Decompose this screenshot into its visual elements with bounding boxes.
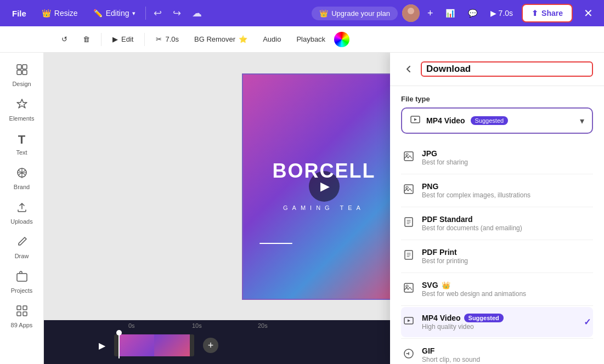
format-item-mp4[interactable]: MP4 Video Suggested High quality video ✓ <box>401 307 593 337</box>
sidebar-item-brand[interactable]: Brand <box>2 162 42 195</box>
timeline-clip-2[interactable] <box>154 334 190 356</box>
timeline-play-button[interactable]: ▶ <box>99 340 105 351</box>
svg-point-17 <box>406 186 408 189</box>
check-icon: ✓ <box>584 317 591 327</box>
crown-icon: ⭐ <box>239 35 247 43</box>
uploads-icon <box>16 201 28 216</box>
sidebar-item-apps-label: 89 Apps <box>11 322 33 328</box>
editing-button[interactable]: ✏️ Editing ▾ <box>88 7 142 20</box>
download-panel-title: Download <box>421 61 593 77</box>
bg-remover-button[interactable]: BG Remover ⭐ <box>188 32 254 47</box>
scissors-icon: ✂ <box>156 35 162 43</box>
chevron-down-icon: ▾ <box>132 10 136 17</box>
sidebar-item-draw[interactable]: Draw <box>2 231 42 264</box>
preview-button[interactable]: ▶ 7.0s <box>486 7 517 20</box>
avatar[interactable] <box>402 4 420 22</box>
timeline-playhead <box>118 332 120 359</box>
download-panel: Download File type MP4 Video Suggested <box>390 53 604 364</box>
redo-button[interactable]: ↪ <box>170 5 184 21</box>
main-layout: Design Elements T Text Bran <box>0 53 604 364</box>
format-item-pdf-print[interactable]: PDF Print Best for printing <box>401 241 593 271</box>
svg-rect-16 <box>404 185 413 194</box>
close-button[interactable]: ✕ <box>579 4 597 22</box>
selected-format-badge: Suggested <box>471 116 509 125</box>
playback-button[interactable]: Playback <box>290 32 332 47</box>
divider <box>145 7 146 20</box>
svg-point-15 <box>406 153 408 156</box>
resize-button[interactable]: 👑 Resize <box>36 7 83 20</box>
cloud-save-icon[interactable]: ☁ <box>189 5 205 21</box>
format-item-svg-content: SVG 👑 Best for web design and animations <box>422 281 591 298</box>
timeline-20s: 20s <box>258 322 324 329</box>
svg-rect-5 <box>17 70 21 75</box>
design-subtitle-text: GAMING TEA <box>283 204 365 211</box>
jpg-icon <box>403 151 414 164</box>
share-icon: ⬆ <box>532 9 538 18</box>
comment-button[interactable]: 💬 <box>464 7 482 20</box>
separator <box>401 338 593 339</box>
edit-button[interactable]: ▶ Edit <box>106 32 140 47</box>
timeline-0s: 0s <box>126 322 192 329</box>
comment-icon: 💬 <box>468 9 477 18</box>
color-wheel-button[interactable] <box>334 32 349 47</box>
mp4-icon <box>410 114 421 127</box>
analytics-button[interactable]: 📊 <box>441 7 459 20</box>
sidebar-item-text[interactable]: T Text <box>2 128 42 160</box>
sidebar-item-design[interactable]: Design <box>2 59 42 92</box>
audio-button[interactable]: Audio <box>256 32 287 47</box>
separator <box>401 207 593 207</box>
design-title-text: BORCELL <box>273 160 376 183</box>
refresh-icon: ↺ <box>61 35 67 43</box>
format-item-svg-desc: Best for web design and animations <box>422 290 591 298</box>
sidebar-item-projects[interactable]: Projects <box>2 266 42 298</box>
back-button[interactable] <box>401 61 416 77</box>
file-menu[interactable]: File <box>7 7 32 20</box>
format-item-pdf-print-content: PDF Print Best for printing <box>422 248 591 265</box>
delete-button[interactable]: 🗑 <box>76 32 97 47</box>
timeline-add-clip-button[interactable]: + <box>203 338 218 353</box>
format-item-png[interactable]: PNG Best for complex images, illustratio… <box>401 175 593 206</box>
topbar: File 👑 Resize ✏️ Editing ▾ ↩ ↪ ☁ 👑 Upgra… <box>0 0 604 26</box>
play-icon: ▶ <box>490 9 496 18</box>
timeline-10s: 10s <box>192 322 258 329</box>
elements-icon <box>16 98 28 113</box>
canvas-design[interactable]: ▶ BORCELL GAMING TEA <box>242 73 407 300</box>
format-item-png-name: PNG <box>422 182 591 191</box>
refresh-button[interactable]: ↺ <box>55 32 74 47</box>
sidebar-item-uploads[interactable]: Uploads <box>2 197 42 229</box>
sidebar-item-apps[interactable]: 89 Apps <box>2 300 42 333</box>
crown-icon: 👑 <box>42 9 51 18</box>
separator <box>401 305 593 306</box>
format-item-gif[interactable]: GIF Short clip, no sound <box>401 340 593 364</box>
secondary-toolbar: ↺ 🗑 ▶ Edit ✂ 7.0s BG Remover ⭐ Audio Pla… <box>0 26 604 53</box>
format-item-svg[interactable]: SVG 👑 Best for web design and animations <box>401 274 593 304</box>
format-item-pdf-print-desc: Best for printing <box>422 257 591 265</box>
file-type-selector[interactable]: MP4 Video Suggested ▾ <box>401 107 593 134</box>
format-item-gif-name: GIF <box>422 346 591 355</box>
share-button[interactable]: ⬆ Share <box>522 4 573 22</box>
separator <box>401 174 593 174</box>
svg-icon <box>403 282 414 296</box>
format-item-pdf-standard[interactable]: PDF Standard Best for documents (and ema… <box>401 208 593 238</box>
file-type-selector-content: MP4 Video Suggested <box>410 114 508 127</box>
sidebar-item-brand-label: Brand <box>14 184 30 190</box>
format-item-jpg-content: JPG Best for sharing <box>422 149 591 166</box>
chart-icon: 📊 <box>445 9 455 18</box>
svg-rect-10 <box>23 306 27 310</box>
svg-rect-6 <box>22 70 27 75</box>
pdf-print-icon <box>403 249 414 263</box>
svg-rect-4 <box>22 65 27 69</box>
svg-rect-9 <box>17 306 21 310</box>
svg-rect-20 <box>404 283 413 292</box>
timeline-clip-1[interactable] <box>118 334 154 356</box>
format-item-jpg[interactable]: JPG Best for sharing <box>401 143 593 173</box>
format-item-jpg-name: JPG <box>422 149 591 158</box>
cut-button[interactable]: ✂ 7.0s <box>149 32 185 47</box>
add-person-button[interactable]: + <box>424 5 437 21</box>
sidebar-item-elements[interactable]: Elements <box>2 94 42 126</box>
undo-button[interactable]: ↩ <box>150 5 165 21</box>
upgrade-button[interactable]: 👑 Upgrade your plan <box>312 7 398 20</box>
sidebar-item-elements-label: Elements <box>9 115 35 122</box>
crown-upgrade-icon: 👑 <box>319 9 328 18</box>
download-panel-header: Download <box>390 53 604 86</box>
